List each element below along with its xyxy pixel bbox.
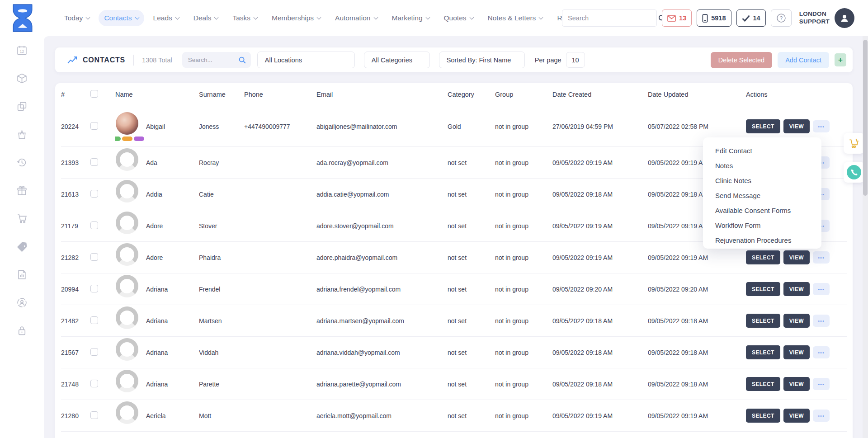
menu-item-clinic-notes[interactable]: Clinic Notes [703,173,821,188]
sidebar-item-duplicates[interactable] [0,92,44,120]
menu-item-workflow-form[interactable]: Workflow Form [703,218,821,233]
account-icon [16,297,28,308]
row-checkbox[interactable] [90,122,98,130]
floating-phone-button[interactable] [844,162,864,183]
view-button[interactable]: VIEW [783,345,810,359]
row-menu-button[interactable]: ••• [813,410,830,422]
sidebar-item-account[interactable] [0,288,44,316]
menu-item-rejuvenation-procedures[interactable]: Rejuvenation Procedures [703,233,821,248]
row-menu-button[interactable]: ••• [813,251,830,264]
search-icon[interactable] [238,56,246,64]
help-badge[interactable]: ? [771,9,792,27]
view-button[interactable]: VIEW [783,250,810,264]
sidebar-item-gifts[interactable] [0,176,44,204]
sidebar-item-pricing[interactable]: $ [0,232,44,260]
bag-icon [16,129,28,140]
view-button[interactable]: VIEW [783,119,810,133]
select-button[interactable]: SELECT [746,119,780,133]
menu-item-notes[interactable]: Notes [703,158,821,173]
menu-item-send-message[interactable]: Send Message [703,188,821,203]
column-header: Email [316,91,448,98]
row-checkbox[interactable] [90,285,98,292]
sort-select[interactable]: Sorted By: First Name [439,52,525,68]
select-button[interactable]: SELECT [746,314,780,328]
cube-icon [16,73,28,84]
quick-add-button[interactable]: + [835,53,846,66]
contact-category: not set [448,159,495,166]
add-contact-button[interactable]: Add Contact [778,52,829,68]
sidebar-item-security[interactable] [0,316,44,344]
per-page-input[interactable]: 10 [566,52,585,68]
sidebar-item-history[interactable] [0,148,44,176]
row-menu-button[interactable]: ••• [813,378,830,390]
nav-item-tasks[interactable]: Tasks [227,10,263,26]
row-checkbox[interactable] [90,411,98,419]
nav-item-deals[interactable]: Deals [188,10,224,26]
vertical-scrollbar[interactable] [863,36,868,438]
delete-selected-button[interactable]: Delete Selected [711,52,772,68]
contacts-search-input[interactable] [188,57,238,63]
logo-hourglass-icon[interactable] [11,4,34,32]
row-checkbox[interactable] [90,380,98,387]
scrollbar-thumb[interactable] [863,40,868,196]
contact-first-name: Addia [146,191,162,198]
row-checkbox[interactable] [90,253,98,261]
row-menu-button[interactable]: ••• [813,346,830,358]
mail-count: 13 [679,14,686,22]
nav-item-memberships[interactable]: Memberships [266,10,326,26]
nav-item-contacts[interactable]: Contacts [99,10,144,26]
view-button[interactable]: VIEW [783,282,810,296]
floating-cart-button[interactable] [844,133,864,154]
contact-id: 21613 [61,191,90,198]
select-button[interactable]: SELECT [746,377,780,391]
nav-item-automation[interactable]: Automation [330,10,382,26]
row-checkbox[interactable] [90,190,98,198]
phone-badge[interactable]: 5918 [697,9,731,27]
row-checkbox[interactable] [90,221,98,229]
select-button[interactable]: SELECT [746,250,780,264]
row-checkbox[interactable] [90,348,98,356]
row-menu-button[interactable]: ••• [813,120,830,132]
row-menu-button[interactable]: ••• [813,315,830,327]
menu-item-edit-contact[interactable]: Edit Contact [703,143,821,158]
locations-select[interactable]: All Locations [257,52,355,68]
row-checkbox[interactable] [90,158,98,166]
chevron-down-icon [539,15,543,19]
contact-category: not set [448,191,495,198]
sidebar-item-orders[interactable] [0,120,44,148]
view-button[interactable]: VIEW [783,314,810,328]
global-search-input[interactable] [562,14,658,22]
contact-email: adore.stover@yopmail.com [316,222,448,230]
nav-item-marketing[interactable]: Marketing [387,10,435,26]
select-button[interactable]: SELECT [746,409,780,423]
contact-id: 20224 [61,123,90,130]
user-avatar[interactable] [835,8,854,28]
column-header: Actions [746,91,847,98]
select-all-checkbox[interactable] [90,90,98,98]
contact-category: Gold [448,123,495,130]
row-menu-button[interactable]: ••• [813,283,830,295]
sidebar-item-products[interactable] [0,64,44,92]
nav-item-label: Today [64,14,83,22]
menu-item-available-consent-forms[interactable]: Available Consent Forms [703,203,821,218]
mail-badge[interactable]: 13 [662,9,692,27]
view-button[interactable]: VIEW [783,409,810,423]
date-updated: 09/05/2022 09:19 AM [648,412,746,419]
row-checkbox[interactable] [90,316,98,324]
sidebar-item-reports[interactable] [0,260,44,288]
nav-item-quotes[interactable]: Quotes [439,10,479,26]
phone-count: 5918 [711,14,726,22]
nav-item-leads[interactable]: Leads [148,10,184,26]
nav-item-notes-letters[interactable]: Notes & Letters [482,10,548,26]
avatar [116,275,138,297]
categories-select[interactable]: All Categories [364,52,430,68]
select-button[interactable]: SELECT [746,282,780,296]
nav-item-today[interactable]: Today [59,10,95,26]
sidebar-item-cart[interactable] [0,204,44,232]
tasks-badge[interactable]: 14 [736,9,766,27]
cart-icon [848,137,860,149]
view-button[interactable]: VIEW [783,377,810,391]
select-button[interactable]: SELECT [746,345,780,359]
contacts-toolbar: CONTACTS 1308 Total All Locations All Ca… [55,47,853,72]
sidebar-item-calendar[interactable]: 12 [0,36,44,64]
